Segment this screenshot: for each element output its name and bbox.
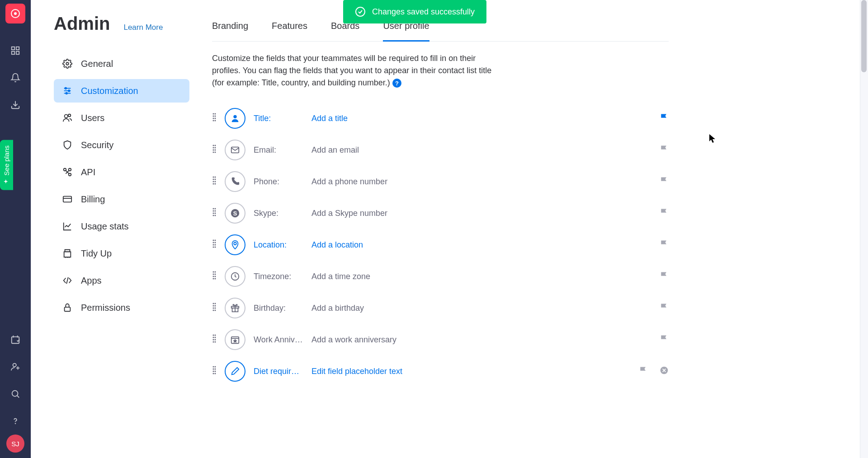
sidebar-item-label: Billing	[81, 194, 105, 205]
svg-point-84	[215, 274, 216, 275]
svg-point-57	[215, 179, 216, 180]
lock-icon	[62, 302, 73, 313]
app-logo[interactable]	[5, 4, 25, 23]
svg-rect-28	[63, 196, 71, 202]
field-placeholder[interactable]: Add a Skype number	[311, 209, 651, 218]
svg-point-49	[213, 150, 214, 151]
drag-handle-icon[interactable]	[212, 239, 217, 251]
drag-handle-icon[interactable]	[212, 112, 217, 124]
invite-icon[interactable]	[6, 358, 24, 376]
svg-point-50	[215, 150, 216, 151]
field-work-anniversary: Work Annive… Add a work anniversary	[212, 324, 669, 355]
check-circle-icon	[355, 6, 366, 17]
flag-icon[interactable]	[639, 366, 648, 377]
svg-point-112	[215, 366, 216, 368]
sliders-icon	[62, 85, 73, 96]
svg-point-62	[213, 208, 214, 210]
field-placeholder[interactable]: Edit field placeholder text	[311, 367, 631, 376]
svg-point-41	[215, 118, 216, 119]
svg-point-118	[215, 373, 216, 374]
tab-branding[interactable]: Branding	[212, 14, 248, 41]
sidebar-item-apps[interactable]: Apps	[54, 269, 189, 292]
field-location: Location: Add a location	[212, 229, 669, 261]
calendar-icon[interactable]	[6, 331, 24, 349]
learn-more-link[interactable]: Learn More	[123, 23, 163, 32]
svg-point-67	[215, 213, 216, 214]
svg-point-82	[215, 271, 216, 273]
sidebar-item-users[interactable]: Users	[54, 106, 189, 130]
sidebar-item-billing[interactable]: Billing	[54, 187, 189, 211]
help-icon[interactable]	[6, 412, 24, 430]
sidebar-item-label: General	[81, 59, 113, 69]
svg-point-66	[213, 213, 214, 214]
sidebar-item-usage-stats[interactable]: Usage stats	[54, 215, 189, 238]
main: Admin Learn More General Customization U…	[31, 0, 868, 458]
help-badge-icon[interactable]: ?	[392, 79, 401, 88]
sidebar-item-label: Users	[81, 113, 104, 123]
drag-handle-icon[interactable]	[212, 365, 217, 377]
search-icon[interactable]	[6, 385, 24, 403]
drag-handle-icon[interactable]	[212, 271, 217, 282]
drag-handle-icon[interactable]	[212, 144, 217, 156]
scrollbar[interactable]	[860, 0, 868, 458]
svg-point-1	[14, 12, 17, 15]
drag-handle-icon[interactable]	[212, 302, 217, 314]
svg-point-75	[215, 242, 216, 243]
svg-point-42	[213, 120, 214, 122]
field-placeholder[interactable]: Add a time zone	[311, 272, 651, 281]
sidebar-item-api[interactable]: API	[54, 160, 189, 184]
svg-point-103	[213, 337, 214, 338]
sidebar-item-label: Usage stats	[81, 221, 129, 232]
flag-icon[interactable]	[660, 303, 669, 313]
svg-rect-4	[12, 51, 14, 54]
svg-point-37	[215, 113, 216, 115]
svg-point-36	[213, 113, 214, 115]
field-placeholder[interactable]: Add an email	[311, 145, 651, 155]
sidebar-item-tidy-up[interactable]: Tidy Up	[54, 242, 189, 265]
notifications-icon[interactable]	[6, 69, 24, 87]
flag-icon[interactable]	[660, 271, 669, 282]
field-placeholder[interactable]: Add a birthday	[311, 304, 651, 313]
clock-icon	[225, 266, 245, 287]
svg-point-51	[213, 152, 214, 153]
tab-features[interactable]: Features	[272, 14, 307, 41]
flag-icon[interactable]	[660, 239, 669, 250]
drag-handle-icon[interactable]	[212, 207, 217, 219]
delete-field-icon[interactable]	[660, 366, 669, 377]
svg-point-90	[213, 303, 214, 304]
drag-handle-icon[interactable]	[212, 176, 217, 187]
field-placeholder[interactable]: Add a phone number	[311, 177, 651, 187]
svg-rect-34	[65, 307, 71, 311]
flag-icon[interactable]	[660, 113, 669, 124]
field-placeholder[interactable]: Add a work anniversary	[311, 335, 651, 345]
svg-point-76	[213, 244, 214, 246]
field-placeholder[interactable]: Add a title	[311, 114, 651, 123]
flag-icon[interactable]	[660, 176, 669, 187]
svg-point-108	[215, 341, 216, 343]
workspaces-icon[interactable]	[6, 42, 24, 60]
see-plans-button[interactable]: See plans	[0, 140, 13, 190]
flag-icon[interactable]	[660, 145, 669, 155]
flag-icon[interactable]	[660, 208, 669, 219]
sidebar-item-customization[interactable]: Customization	[54, 79, 189, 103]
sidebar-item-permissions[interactable]: Permissions	[54, 296, 189, 319]
field-label: Email:	[254, 145, 303, 155]
svg-line-33	[66, 277, 68, 284]
svg-point-113	[213, 369, 214, 370]
svg-point-35	[356, 7, 365, 16]
sidebar-item-general[interactable]: General	[54, 52, 189, 75]
field-placeholder[interactable]: Add a location	[311, 240, 651, 250]
svg-point-20	[65, 88, 67, 89]
field-skype: S Skype: Add a Skype number	[212, 197, 669, 229]
chart-icon	[62, 221, 73, 232]
svg-point-21	[68, 90, 70, 92]
svg-point-65	[215, 210, 216, 212]
sidebar-item-security[interactable]: Security	[54, 133, 189, 157]
drag-handle-icon[interactable]	[212, 334, 217, 346]
flag-icon[interactable]	[660, 334, 669, 345]
avatar[interactable]: SJ	[6, 435, 24, 453]
svg-point-86	[215, 276, 216, 277]
inbox-icon[interactable]	[6, 96, 24, 114]
svg-point-24	[68, 114, 71, 117]
svg-point-15	[15, 423, 16, 424]
